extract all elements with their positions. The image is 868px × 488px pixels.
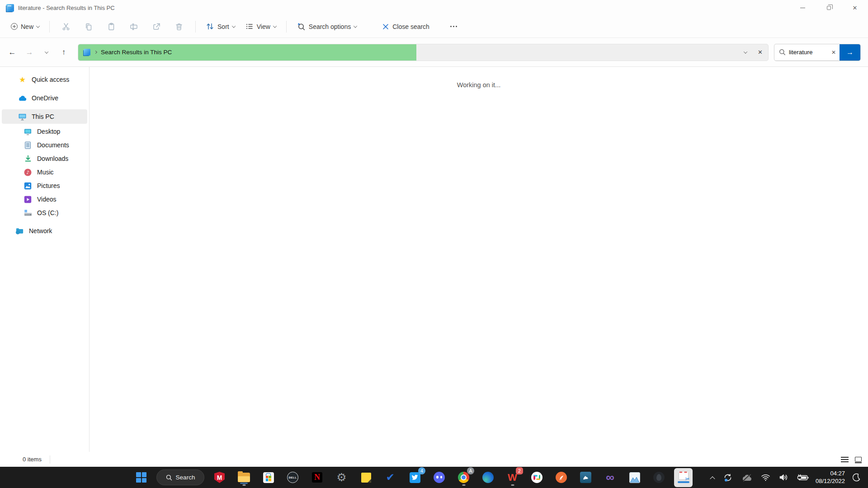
tray-overflow-button[interactable]: [709, 474, 716, 481]
sidebar-item-desktop[interactable]: Desktop: [2, 125, 87, 138]
cloud-slash-icon: [741, 474, 752, 482]
wifi-icon: [761, 474, 770, 481]
search-go-button[interactable]: →: [840, 44, 860, 61]
status-divider: [50, 455, 50, 464]
taskbar-settings-button[interactable]: ⚙: [332, 468, 351, 487]
delete-button[interactable]: [168, 19, 190, 34]
sidebar-item-quick-access[interactable]: ★ Quick access: [2, 72, 87, 87]
stop-loading-icon[interactable]: ✕: [758, 49, 763, 56]
minimize-button[interactable]: [789, 0, 816, 15]
copy-button[interactable]: [78, 19, 99, 34]
recent-locations-button[interactable]: [39, 45, 54, 60]
screenshot-scissors-icon: ✂: [679, 472, 689, 480]
store-bag-icon: [263, 472, 274, 483]
forward-button[interactable]: →: [22, 45, 37, 60]
view-label: View: [257, 23, 270, 30]
start-button[interactable]: [132, 468, 151, 487]
network-folder-icon: [15, 227, 24, 235]
taskbar-sticky-notes-button[interactable]: [357, 468, 375, 487]
taskbar-alienware-button[interactable]: [650, 468, 668, 487]
taskbar-visual-studio-button[interactable]: ∞: [601, 468, 619, 487]
taskbar-search-button[interactable]: Search: [156, 469, 204, 485]
sidebar-item-os-c[interactable]: OS (C:): [2, 206, 87, 220]
window-controls: ✕: [789, 0, 868, 15]
taskbar-photos-app-button[interactable]: [625, 468, 644, 487]
search-input[interactable]: [789, 49, 828, 56]
sidebar-item-label: Music: [37, 169, 54, 176]
sort-arrows-icon: [206, 22, 214, 31]
new-button[interactable]: New: [6, 20, 44, 33]
mcafee-shield-icon: M: [214, 472, 225, 483]
tray-onedrive-paused-button[interactable]: [740, 472, 754, 483]
taskbar-file-explorer-button[interactable]: [235, 468, 253, 487]
tray-wifi-button[interactable]: [759, 472, 772, 483]
sidebar-item-downloads[interactable]: Downloads: [2, 152, 87, 165]
chevron-up-icon: [710, 476, 715, 481]
taskbar-mysql-workbench-button[interactable]: [576, 468, 595, 487]
details-view-button[interactable]: [841, 457, 849, 462]
sidebar-item-documents[interactable]: Documents: [2, 138, 87, 152]
taskbar-netflix-button[interactable]: N: [308, 468, 326, 487]
taskbar-clock[interactable]: 04:27 08/12/2022: [816, 470, 845, 485]
sidebar-item-videos[interactable]: Videos: [2, 192, 87, 206]
back-button[interactable]: ←: [5, 45, 20, 60]
taskbar-todo-button[interactable]: ✔: [381, 468, 400, 487]
ellipsis-icon: [450, 26, 452, 27]
address-bar[interactable]: Search Results in This PC ✕: [78, 44, 769, 61]
search-box[interactable]: ✕ →: [774, 44, 861, 61]
taskbar-microsoft-store-button[interactable]: [259, 468, 278, 487]
alien-head-icon: [653, 472, 665, 483]
tray-volume-button[interactable]: [777, 472, 790, 483]
sidebar-item-label: Pictures: [37, 182, 60, 189]
sidebar-item-label: Downloads: [37, 155, 68, 162]
taskbar-slack-button[interactable]: [528, 468, 546, 487]
close-search-button[interactable]: Close search: [377, 20, 434, 33]
sidebar-item-this-pc[interactable]: This PC: [2, 109, 87, 124]
sidebar-item-onedrive[interactable]: OneDrive: [2, 91, 87, 105]
window-title: literature - Search Results in This PC: [18, 5, 115, 11]
taskbar-wps-button[interactable]: W 2: [503, 468, 522, 487]
sidebar-item-label: OneDrive: [32, 94, 58, 102]
toolbar-divider: [49, 21, 50, 33]
sidebar-item-network[interactable]: Network: [2, 224, 87, 238]
share-button[interactable]: [146, 19, 167, 34]
sidebar-item-pictures[interactable]: Pictures: [2, 179, 87, 192]
address-dropdown-icon[interactable]: [744, 50, 747, 53]
tray-sync-button[interactable]: [721, 471, 735, 484]
paste-button[interactable]: [100, 19, 122, 34]
taskbar-edge-button[interactable]: [479, 468, 497, 487]
tray-battery-button[interactable]: [795, 472, 811, 483]
taskbar-twitter-button[interactable]: 4: [406, 468, 424, 487]
sidebar-item-label: OS (C:): [37, 209, 58, 216]
gear-icon: ⚙: [336, 472, 346, 483]
taskbar-chrome-button[interactable]: A: [454, 468, 473, 487]
tray-night-mode-button[interactable]: [850, 471, 863, 484]
clear-search-icon[interactable]: ✕: [828, 49, 840, 56]
trash-icon: [175, 22, 184, 31]
taskbar-feather-app-button[interactable]: [552, 468, 571, 487]
content-area: ★ Quick access OneDrive This PC Desktop …: [0, 67, 868, 452]
navigation-pane: ★ Quick access OneDrive This PC Desktop …: [0, 67, 90, 452]
close-button[interactable]: ✕: [842, 0, 868, 15]
file-list-pane[interactable]: Working on it...: [90, 67, 868, 452]
see-more-button[interactable]: [445, 22, 462, 31]
rename-button[interactable]: [123, 19, 145, 34]
sidebar-item-music[interactable]: ♪ Music: [2, 165, 87, 179]
taskbar-discord-button[interactable]: [430, 468, 448, 487]
discord-icon: [434, 472, 445, 483]
speaker-icon: [779, 474, 788, 481]
taskbar-dell-button[interactable]: DELL: [283, 468, 302, 487]
view-button[interactable]: View: [241, 19, 281, 34]
sidebar-item-label: Documents: [37, 141, 69, 149]
taskbar-snipping-tool-button[interactable]: ✂: [674, 468, 693, 487]
large-icons-view-button[interactable]: [855, 457, 862, 462]
restore-button[interactable]: [816, 0, 842, 15]
sidebar-item-label: Videos: [37, 196, 57, 203]
wps-office-icon: W: [508, 473, 517, 483]
sort-button[interactable]: Sort: [201, 19, 240, 34]
up-button[interactable]: ↑: [56, 45, 71, 60]
search-options-button[interactable]: Search options: [292, 19, 361, 34]
taskbar-mcafee-button[interactable]: M: [210, 468, 229, 487]
cut-button[interactable]: [55, 19, 77, 34]
clock-time: 04:27: [816, 470, 845, 478]
